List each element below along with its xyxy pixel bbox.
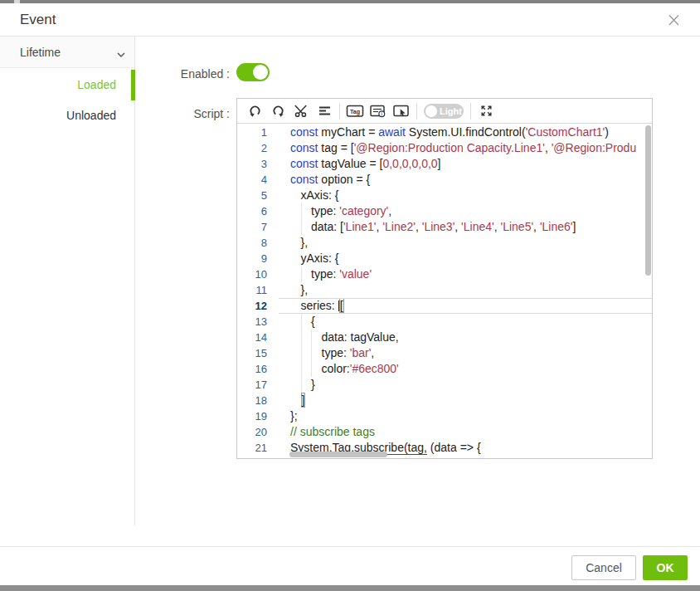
dialog-header <box>0 3 700 37</box>
sidebar-divider <box>134 37 135 525</box>
active-indicator <box>131 70 135 100</box>
format-icon[interactable] <box>315 103 333 119</box>
chevron-down-icon <box>116 47 126 62</box>
close-icon[interactable] <box>664 11 684 31</box>
line-number: 14 <box>237 330 279 345</box>
sidebar-item-loaded[interactable]: Loaded <box>0 70 134 100</box>
sidebar-item-unloaded[interactable]: Unloaded <box>0 100 134 131</box>
line-number: 9 <box>237 251 279 266</box>
light-theme-toggle[interactable]: Light <box>424 104 464 119</box>
code-line[interactable]: 18] <box>237 393 652 408</box>
code-line[interactable]: 11}, <box>237 282 652 298</box>
code-area[interactable]: 1const myChart = await System.UI.findCon… <box>237 124 652 458</box>
tag-icon[interactable]: Tag <box>346 103 364 119</box>
script-editor: TagiLight 1const myChart = await System.… <box>236 98 653 459</box>
expression-icon[interactable]: i <box>369 103 387 119</box>
code-line[interactable]: 2const tag = ['@Region:Production Capaci… <box>237 140 652 156</box>
toolbar-separator <box>416 103 417 120</box>
code-line[interactable]: 4const option = { <box>237 172 652 188</box>
svg-text:Tag: Tag <box>350 109 360 115</box>
horizontal-scrollbar[interactable] <box>289 452 387 457</box>
code-line[interactable]: 9yAxis: { <box>237 251 652 266</box>
control-icon[interactable] <box>392 103 411 119</box>
vertical-scrollbar[interactable] <box>645 125 651 276</box>
undo-icon[interactable] <box>245 103 264 119</box>
toolbar-separator <box>339 103 340 120</box>
line-number: 18 <box>237 393 279 408</box>
line-number: 19 <box>237 408 279 424</box>
toggle-knob <box>253 65 268 80</box>
line-number: 3 <box>237 156 279 172</box>
code-line[interactable]: 15type: 'bar', <box>237 345 652 361</box>
code-line[interactable]: 3const tagValue = [0,0,0,0,0,0] <box>237 156 652 172</box>
line-number: 8 <box>237 235 279 251</box>
line-number: 11 <box>237 282 279 298</box>
line-number: 6 <box>237 203 279 219</box>
code-line[interactable]: 13{ <box>237 314 652 330</box>
line-number: 7 <box>237 219 279 235</box>
footer-divider <box>0 546 700 547</box>
line-number: 4 <box>237 172 279 188</box>
line-number: 13 <box>237 314 279 330</box>
line-number: 10 <box>237 266 279 282</box>
line-number: 17 <box>237 377 279 393</box>
code-line[interactable]: 20// subscribe tags <box>237 424 652 440</box>
toolbar-separator <box>470 103 471 120</box>
line-number: 5 <box>237 188 279 203</box>
code-line[interactable]: 6type: 'category', <box>237 203 652 219</box>
cut-icon[interactable] <box>292 103 310 119</box>
sidebar-group-label: Lifetime <box>20 46 61 59</box>
expand-icon[interactable] <box>477 103 495 119</box>
code-line[interactable]: 12series: [ <box>237 298 652 314</box>
code-line[interactable]: 1const myChart = await System.UI.findCon… <box>237 125 652 140</box>
window-bottom-edge <box>0 585 700 591</box>
line-number: 20 <box>237 424 279 440</box>
script-label: Script : <box>163 107 230 120</box>
svg-text:i: i <box>382 111 382 117</box>
line-number: 15 <box>237 345 279 361</box>
code-line[interactable]: 7data: ['Line1', 'Line2', 'Line3', 'Line… <box>237 219 652 235</box>
code-line[interactable]: 16color:'#6ec800' <box>237 361 652 377</box>
code-line[interactable]: 14data: tagValue, <box>237 330 652 345</box>
dialog-title: Event <box>20 12 56 28</box>
code-line[interactable]: 10type: 'value' <box>237 266 652 282</box>
enabled-toggle[interactable] <box>236 63 270 81</box>
cancel-button[interactable]: Cancel <box>571 555 636 580</box>
code-line[interactable]: 19}; <box>237 408 652 424</box>
line-number: 2 <box>237 140 279 156</box>
line-number: 21 <box>237 440 279 456</box>
line-number: 16 <box>237 361 279 377</box>
line-number: 12 <box>237 298 279 314</box>
editor-toolbar: TagiLight <box>237 99 652 124</box>
enabled-label: Enabled : <box>163 67 230 81</box>
light-toggle-label: Light <box>440 105 462 117</box>
line-number: 1 <box>237 125 279 140</box>
ok-button[interactable]: OK <box>643 555 688 580</box>
redo-icon[interactable] <box>269 103 287 119</box>
code-line[interactable]: 5xAxis: { <box>237 188 652 203</box>
sidebar-items: LoadedUnloaded <box>0 70 134 131</box>
light-toggle-knob <box>425 105 437 117</box>
code-line[interactable]: 17} <box>237 377 652 393</box>
code-line[interactable]: 8}, <box>237 235 652 251</box>
